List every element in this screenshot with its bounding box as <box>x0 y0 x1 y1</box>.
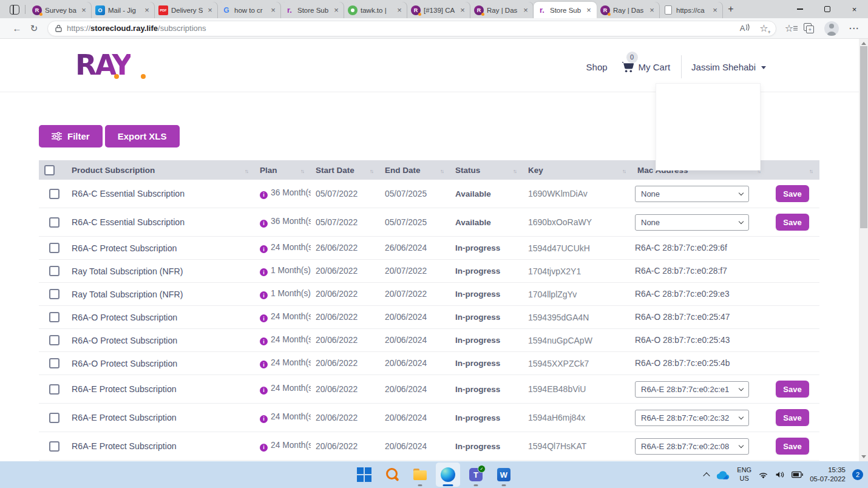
info-icon[interactable] <box>260 191 268 199</box>
row-checkbox[interactable] <box>49 335 59 345</box>
browser-tab[interactable]: [#139] CA × <box>407 2 470 18</box>
row-checkbox[interactable] <box>49 384 59 395</box>
browser-tab[interactable]: tawk.to | × <box>344 2 407 18</box>
minimize-button[interactable] <box>786 0 813 18</box>
favorites-button[interactable]: ☆ <box>785 24 793 33</box>
sort-icon[interactable] <box>245 166 248 175</box>
notification-badge[interactable]: 2 <box>852 469 863 480</box>
scroll-up-icon[interactable] <box>861 42 866 45</box>
col-plan[interactable]: Plan <box>255 160 311 180</box>
select-all-checkbox[interactable] <box>44 165 55 175</box>
row-checkbox[interactable] <box>49 243 59 253</box>
info-icon[interactable] <box>260 314 268 322</box>
row-checkbox[interactable] <box>49 358 59 368</box>
onedrive-icon[interactable] <box>716 470 730 480</box>
save-button[interactable]: Save <box>776 185 809 202</box>
settings-more-button[interactable]: ··· <box>849 24 860 33</box>
taskbar-file-explorer[interactable] <box>408 463 432 487</box>
row-checkbox[interactable] <box>49 189 59 199</box>
scrollbar-thumb[interactable] <box>860 46 867 228</box>
tray-chevron-icon[interactable] <box>704 472 710 479</box>
col-actions[interactable] <box>767 160 819 180</box>
maximize-button[interactable] <box>813 0 841 18</box>
info-icon[interactable] <box>260 337 268 345</box>
tab-close-icon[interactable]: × <box>711 5 719 15</box>
browser-tab[interactable]: Store Sub × <box>281 2 344 18</box>
tab-close-icon[interactable]: × <box>585 5 593 15</box>
info-icon[interactable] <box>260 220 268 228</box>
mac-address-select[interactable]: None <box>635 186 749 202</box>
menu-item-activate-license[interactable] <box>656 130 760 150</box>
wifi-icon[interactable] <box>758 471 768 479</box>
browser-tab[interactable]: https://ca × <box>660 2 723 18</box>
battery-icon[interactable] <box>792 471 803 478</box>
menu-item-logout[interactable] <box>656 150 760 170</box>
row-checkbox[interactable] <box>49 266 59 276</box>
row-checkbox[interactable] <box>49 441 59 452</box>
tab-close-icon[interactable]: × <box>648 5 656 15</box>
menu-item-my-account[interactable] <box>656 90 760 110</box>
browser-tab[interactable]: Mail - Jig × <box>92 2 155 18</box>
profile-avatar[interactable] <box>824 21 839 36</box>
tab-close-icon[interactable]: × <box>143 5 151 15</box>
save-button[interactable]: Save <box>776 409 809 426</box>
sort-icon[interactable] <box>300 166 303 175</box>
tab-close-icon[interactable]: × <box>206 5 214 15</box>
sort-icon[interactable] <box>622 166 625 175</box>
col-key[interactable]: Key <box>523 160 632 180</box>
taskbar-teams[interactable] <box>464 463 488 487</box>
save-button[interactable]: Save <box>776 214 809 231</box>
save-button[interactable]: Save <box>776 381 809 398</box>
row-checkbox[interactable] <box>49 312 59 322</box>
tab-close-icon[interactable]: × <box>521 5 530 15</box>
refresh-button[interactable]: ↻ <box>25 23 42 34</box>
taskbar-search[interactable] <box>380 463 404 487</box>
sort-icon[interactable] <box>513 166 516 175</box>
collections-button[interactable] <box>804 23 814 33</box>
taskbar-word[interactable] <box>492 463 516 487</box>
user-menu-trigger[interactable]: Jassim Shehabi <box>691 62 766 72</box>
browser-tab[interactable]: Ray | Das × <box>470 2 534 18</box>
info-icon[interactable] <box>260 291 268 299</box>
row-checkbox[interactable] <box>49 217 59 228</box>
browser-tab[interactable]: how to cr × <box>218 2 281 18</box>
mac-address-select[interactable]: R6A-E 28:b7:7c:e0:2c:32 <box>635 410 749 426</box>
nav-my-cart[interactable]: 0 My Cart <box>621 60 671 74</box>
info-icon[interactable] <box>260 245 268 253</box>
col-product-subscription[interactable]: Product Subscription <box>61 160 255 180</box>
taskbar-edge[interactable] <box>436 463 460 487</box>
mac-address-select[interactable]: R6A-E 28:b7:7c:e0:2c:e1 <box>635 381 749 398</box>
tab-close-icon[interactable]: × <box>395 5 404 15</box>
mac-address-select[interactable]: R6A-E 28:b7:7c:e0:2c:08 <box>635 438 749 455</box>
close-button[interactable]: × <box>841 0 868 18</box>
menu-item-subscriptions[interactable] <box>656 110 760 130</box>
scroll-down-icon[interactable] <box>861 455 866 458</box>
tab-actions-button[interactable] <box>6 1 23 18</box>
col-status[interactable]: Status <box>450 160 523 180</box>
browser-tab[interactable]: Store Sub × <box>534 2 597 18</box>
language-indicator[interactable]: ENG US <box>737 466 751 483</box>
sort-icon[interactable] <box>440 166 443 175</box>
col-end-date[interactable]: End Date <box>380 160 450 180</box>
browser-tab[interactable]: Survey ba × <box>29 2 92 18</box>
tab-close-icon[interactable]: × <box>80 5 88 15</box>
taskbar-start[interactable] <box>352 463 376 487</box>
sort-icon[interactable] <box>370 166 373 175</box>
browser-tab[interactable]: Delivery S × <box>155 2 218 18</box>
info-icon[interactable] <box>260 268 268 276</box>
filter-button[interactable]: Filter <box>39 125 103 147</box>
tab-close-icon[interactable]: × <box>332 5 341 15</box>
export-xls-button[interactable]: Export XLS <box>105 125 180 147</box>
row-checkbox[interactable] <box>49 413 59 423</box>
read-aloud-icon[interactable]: A <box>740 24 750 33</box>
sort-icon[interactable] <box>809 166 812 175</box>
info-icon[interactable] <box>260 387 268 395</box>
mac-address-select[interactable]: None <box>635 214 749 231</box>
page-scrollbar[interactable] <box>859 39 868 461</box>
clock[interactable]: 15:35 05-07-2022 <box>810 466 846 484</box>
back-button[interactable]: ← <box>8 23 25 33</box>
browser-tab[interactable]: Ray | Das × <box>597 2 660 18</box>
save-button[interactable]: Save <box>776 438 809 455</box>
info-icon[interactable] <box>260 361 268 368</box>
info-icon[interactable] <box>260 415 268 423</box>
